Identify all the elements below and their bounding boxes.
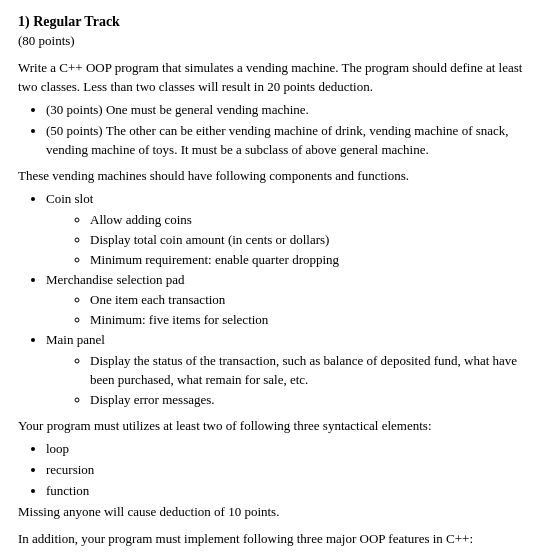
points: (80 points) bbox=[18, 32, 537, 51]
coin-slot-sublist: Allow adding coins Display total coin am… bbox=[90, 211, 537, 270]
title: 1) Regular Track bbox=[18, 12, 537, 32]
coin-sub1: Allow adding coins bbox=[90, 211, 537, 230]
coin-slot-item: Coin slot bbox=[46, 190, 537, 209]
components-intro: These vending machines should have follo… bbox=[18, 167, 537, 186]
coin-sub3: Minimum requirement: enable quarter drop… bbox=[90, 251, 537, 270]
syntactical-intro: Your program must utilizes at least two … bbox=[18, 417, 537, 436]
main-sub2: Display error messages. bbox=[90, 391, 537, 410]
oop-list: Encapsulation Inheritance Code separatio… bbox=[46, 553, 537, 557]
oop-intro: In addition, your program must implement… bbox=[18, 530, 537, 549]
merch-sub1: One item each transaction bbox=[90, 291, 537, 310]
syn-deduction-text: Missing anyone will cause deduction of 1… bbox=[18, 503, 537, 522]
syn-recursion: recursion bbox=[46, 461, 537, 480]
syn-loop: loop bbox=[46, 440, 537, 459]
coin-sub2: Display total coin amount (in cents or d… bbox=[90, 231, 537, 250]
merch-sub2: Minimum: five items for selection bbox=[90, 311, 537, 330]
merchandise-sublist: One item each transaction Minimum: five … bbox=[90, 291, 537, 330]
components-list: Coin slot Allow adding coins Display tot… bbox=[46, 190, 537, 409]
oop-encapsulation: Encapsulation bbox=[46, 553, 537, 557]
req-30-points: (30 points) One must be general vending … bbox=[46, 101, 537, 120]
main-sub1: Display the status of the transaction, s… bbox=[90, 352, 537, 390]
syn-function: function bbox=[46, 482, 537, 501]
main-panel-item: Main panel bbox=[46, 331, 537, 350]
req-50-points: (50 points) The other can be either vend… bbox=[46, 122, 537, 160]
merchandise-item: Merchandise selection pad bbox=[46, 271, 537, 290]
class-requirements-list: (30 points) One must be general vending … bbox=[46, 101, 537, 160]
syntactical-list: loop recursion function bbox=[46, 440, 537, 501]
main-panel-sublist: Display the status of the transaction, s… bbox=[90, 352, 537, 410]
intro-text: Write a C++ OOP program that simulates a… bbox=[18, 59, 537, 97]
